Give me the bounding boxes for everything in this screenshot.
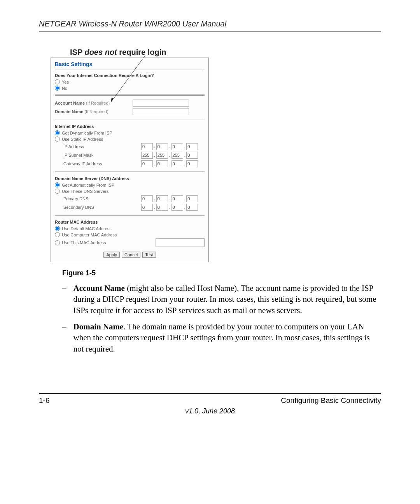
internet-ip-heading: Internet IP Address — [55, 124, 205, 129]
dns-heading: Domain Name Server (DNS) Address — [55, 176, 205, 181]
ip-octet-1[interactable] — [141, 143, 153, 150]
login-question: Does Your Internet Connection Require A … — [55, 73, 205, 78]
ip-dynamic-radio[interactable] — [55, 130, 60, 135]
login-yes-radio[interactable] — [55, 79, 60, 84]
login-no-label: No — [62, 86, 67, 91]
dns-auto-radio[interactable] — [55, 182, 60, 187]
pdns-octet-3[interactable] — [172, 195, 183, 202]
pdns-octet-1[interactable] — [141, 195, 153, 202]
list-item: – Domain Name. The domain name is provid… — [62, 321, 381, 354]
subnet-mask-label: IP Subnet Mask — [55, 153, 141, 158]
footer-section: Configuring Basic Connectivity — [281, 396, 381, 405]
subnet-mask-octets: . . . — [141, 152, 198, 159]
gateway-octets: . . . — [141, 160, 198, 167]
primary-dns-octets: . . . — [141, 195, 198, 202]
footer-version: v1.0, June 2008 — [39, 407, 381, 415]
mac-this-label: Use This MAC Address — [62, 240, 106, 245]
apply-button[interactable]: Apply — [103, 252, 120, 258]
page-footer: 1-6 Configuring Basic Connectivity — [39, 393, 381, 405]
mask-octet-2[interactable] — [156, 152, 168, 159]
gw-octet-1[interactable] — [141, 160, 153, 167]
ip-static-label: Use Static IP Address — [62, 137, 103, 142]
pdns-octet-4[interactable] — [186, 195, 198, 202]
cancel-button[interactable]: Cancel — [122, 252, 140, 258]
footer-page-number: 1-6 — [39, 396, 49, 405]
gateway-label: Gateway IP Address — [55, 161, 141, 166]
sdns-octet-1[interactable] — [141, 204, 153, 211]
callout-label: ISP does not require login — [70, 48, 381, 57]
login-no-radio[interactable] — [55, 86, 60, 91]
secondary-dns-label: Secondary DNS — [55, 205, 141, 210]
gw-octet-4[interactable] — [186, 160, 198, 167]
dns-use-radio[interactable] — [55, 189, 60, 194]
login-yes-label: Yes — [62, 80, 69, 84]
mac-address-input[interactable] — [156, 238, 205, 247]
mask-octet-3[interactable] — [172, 152, 183, 159]
basic-settings-panel: Basic Settings Does Your Internet Connec… — [51, 58, 209, 262]
sdns-octet-2[interactable] — [156, 204, 168, 211]
mask-octet-1[interactable] — [141, 152, 153, 159]
ip-octet-4[interactable] — [186, 143, 198, 150]
mac-this-radio[interactable] — [55, 240, 60, 245]
account-name-label: Account Name (If Required) — [55, 101, 133, 105]
page-header: NETGEAR Wireless-N Router WNR2000 User M… — [39, 19, 381, 32]
ip-address-octets: . . . — [141, 143, 198, 150]
sdns-octet-4[interactable] — [186, 204, 198, 211]
ip-address-label: IP Address — [55, 144, 141, 149]
figure-caption: Figure 1-5 — [62, 269, 381, 277]
dns-auto-label: Get Automatically From ISP — [62, 183, 114, 187]
gw-octet-3[interactable] — [172, 160, 183, 167]
ip-octet-2[interactable] — [156, 143, 168, 150]
mask-octet-4[interactable] — [186, 152, 198, 159]
ip-dynamic-label: Get Dynamically From ISP — [62, 131, 112, 135]
figure-container: Basic Settings Does Your Internet Connec… — [51, 58, 381, 262]
pdns-octet-2[interactable] — [156, 195, 168, 202]
ip-octet-3[interactable] — [172, 143, 183, 150]
gw-octet-2[interactable] — [156, 160, 168, 167]
primary-dns-label: Primary DNS — [55, 196, 141, 201]
ip-static-radio[interactable] — [55, 136, 60, 142]
mac-computer-label: Use Computer MAC Address — [62, 233, 117, 237]
domain-name-input[interactable] — [133, 108, 189, 115]
mac-heading: Router MAC Address — [55, 220, 205, 224]
account-name-input[interactable] — [133, 100, 189, 107]
mac-computer-radio[interactable] — [55, 232, 60, 237]
test-button[interactable]: Test — [142, 252, 156, 258]
secondary-dns-octets: . . . — [141, 204, 198, 211]
mac-default-label: Use Default MAC Address — [62, 226, 112, 231]
mac-default-radio[interactable] — [55, 226, 60, 231]
panel-title: Basic Settings — [55, 61, 205, 67]
domain-name-label: Domain Name (If Required) — [55, 109, 133, 114]
description-list: – Account Name (might also be called Hos… — [62, 283, 381, 354]
sdns-octet-3[interactable] — [172, 204, 183, 211]
list-item: – Account Name (might also be called Hos… — [62, 283, 381, 316]
dns-use-label: Use These DNS Servers — [62, 189, 108, 194]
